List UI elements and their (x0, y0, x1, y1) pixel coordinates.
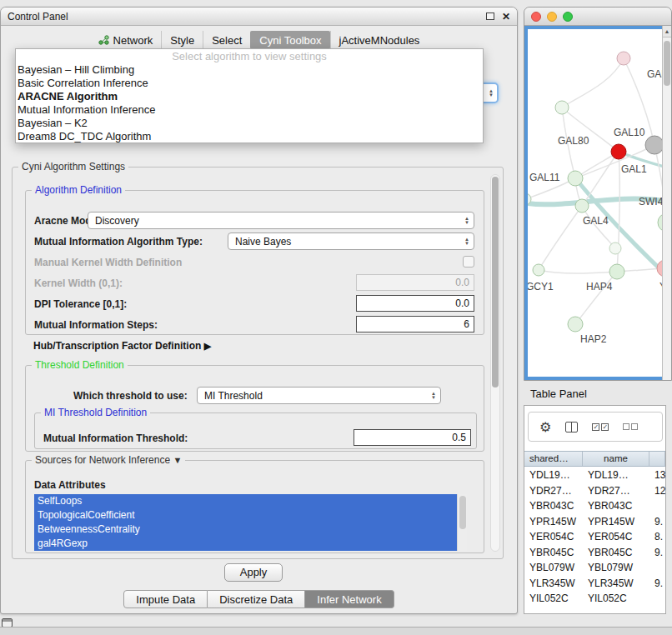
network-edge[interactable] (539, 206, 582, 270)
network-node[interactable] (617, 52, 630, 65)
mi-threshold-input[interactable]: 0.5 (354, 429, 471, 446)
tab-select[interactable]: Select (203, 31, 250, 49)
control-panel-window: Control Panel ✕ Network Style Select Cyn… (0, 7, 518, 614)
table-row[interactable]: YBL079W YBL079W (524, 560, 665, 576)
unselect-all-columns-icon[interactable] (623, 423, 638, 430)
dpi-tolerance-label: DPI Tolerance [0,1]: (34, 297, 127, 312)
algorithm-dropdown-popup: Select algorithm to view settings Bayesi… (15, 48, 484, 143)
tab-style[interactable]: Style (161, 31, 203, 49)
tab-network[interactable]: Network (90, 31, 162, 49)
algorithm-option[interactable]: Mutual Information Inference (16, 103, 483, 117)
kernel-width-input[interactable]: 0.0 (356, 274, 474, 291)
tab-discretize-data[interactable]: Discretize Data (208, 590, 305, 608)
scroll-up-icon[interactable]: ▲ (663, 26, 671, 38)
network-node[interactable] (609, 264, 624, 279)
network-edge[interactable] (582, 206, 615, 248)
mi-steps-label: Mutual Information Steps: (34, 318, 158, 332)
manual-kernel-width-checkbox[interactable] (463, 256, 474, 268)
network-node[interactable] (533, 264, 544, 276)
algorithm-option[interactable]: Bayesian – Hill Climbing (16, 63, 483, 77)
hub-definition-section[interactable]: Hub/Transcription Factor Definition ▶ (33, 340, 211, 352)
table-row[interactable]: YIL052C YIL052C (524, 591, 665, 607)
network-node[interactable] (609, 242, 621, 254)
network-edge[interactable] (575, 272, 617, 324)
network-vertical-scrollbar[interactable]: ▲ (662, 26, 671, 380)
collapse-right-icon[interactable]: ▶ (204, 341, 211, 351)
tab-jactivemnodules[interactable]: jActiveMNodules (330, 31, 429, 49)
cell-name: YER054C (583, 531, 649, 542)
algorithm-option-selected[interactable]: ARACNE Algorithm (16, 90, 483, 103)
control-panel-title: Control Panel (8, 11, 68, 22)
algorithm-definition-title: Algorithm Definition (32, 184, 125, 196)
network-node[interactable] (611, 144, 626, 159)
attribute-item-selected[interactable]: BetweennessCentrality (34, 522, 457, 537)
close-icon[interactable]: ✕ (502, 11, 510, 22)
attribute-item-selected[interactable]: gal4RGexp (34, 537, 457, 551)
aracne-mode-value: Discovery (95, 215, 139, 227)
network-node[interactable] (555, 101, 569, 114)
mi-type-label: Mutual Information Algorithm Type: (34, 234, 203, 249)
network-node[interactable] (645, 136, 664, 154)
window-close-icon[interactable] (531, 12, 541, 22)
table-row[interactable]: YLR345W YLR345W 9. (524, 576, 665, 592)
table-row[interactable]: YPR145W YPR145W 9. (524, 514, 665, 530)
network-node[interactable] (568, 317, 583, 332)
network-node[interactable] (568, 171, 583, 186)
settings-scrollbar[interactable] (490, 174, 500, 552)
mi-type-dropdown[interactable]: Naive Bayes ▲▼ (228, 232, 474, 250)
cell-name: YIL052C (583, 592, 649, 604)
tab-jactivemnodules-label: jActiveMNodules (339, 34, 420, 47)
sources-group-title[interactable]: Sources for Network Inference ▼ (32, 454, 185, 466)
algorithm-option[interactable]: Bayesian – K2 (16, 117, 483, 130)
table-row[interactable]: YBR043C YBR043C (524, 498, 665, 514)
apply-button[interactable]: Apply (224, 563, 283, 582)
manual-kernel-width-label: Manual Kernel Width Definition (34, 255, 182, 270)
cell-extra: 8. (649, 531, 665, 542)
tab-infer-network[interactable]: Infer Network (305, 590, 394, 608)
cell-name: YBL079W (583, 562, 649, 573)
network-node[interactable] (575, 199, 589, 212)
network-view-window: GALGAL80GAL10GAL11GAL1SWI4GAL4GCY1HAP4YH… (524, 7, 672, 381)
window-zoom-icon[interactable] (563, 12, 573, 22)
column-header-name[interactable]: name (583, 452, 649, 466)
network-icon (98, 35, 109, 45)
network-edge[interactable] (562, 58, 624, 108)
mi-threshold-label: Mutual Information Threshold: (43, 431, 188, 446)
table-row[interactable]: YER054C YER054C 8. (524, 529, 665, 545)
algorithm-option[interactable]: Basic Correlation Inference (16, 77, 483, 90)
mi-steps-input[interactable]: 6 (356, 316, 474, 332)
column-header-shared-name[interactable]: shared… (524, 452, 583, 466)
attribute-item-selected[interactable]: SelfLoops (34, 494, 457, 508)
network-scrollbar-thumb[interactable] (664, 41, 670, 86)
attributes-scrollbar[interactable] (457, 494, 467, 551)
algorithm-option[interactable]: Dream8 DC_TDC Algorithm (16, 130, 483, 143)
cell-extra: 12 (649, 485, 665, 497)
network-node-label: GAL1 (621, 163, 647, 175)
cell-shared-name: YDL19… (524, 469, 583, 481)
aracne-mode-dropdown[interactable]: Discovery ▲▼ (88, 212, 474, 229)
table-row[interactable]: YBR045C YBR045C 9. (524, 545, 665, 561)
show-columns-icon[interactable] (565, 422, 578, 432)
attribute-item-selected[interactable]: TopologicalCoefficient (34, 508, 457, 522)
attributes-scrollbar-thumb[interactable] (459, 496, 466, 529)
cyni-bottom-tabs: Impute Data Discretize Data Infer Networ… (1, 590, 517, 608)
cell-name: YDL19… (583, 469, 649, 481)
table-row[interactable]: YDR27… YDR27… 12 (524, 483, 665, 499)
dpi-tolerance-input[interactable]: 0.0 (356, 295, 474, 312)
algorithm-placeholder-item[interactable]: Select algorithm to view settings (16, 50, 483, 63)
network-node-label: SWI4 (639, 196, 664, 208)
network-canvas[interactable]: GALGAL80GAL10GAL11GAL1SWI4GAL4GCY1HAP4YH… (524, 26, 671, 380)
settings-scrollbar-thumb[interactable] (492, 177, 499, 388)
tab-cyni-toolbox[interactable]: Cyni Toolbox (250, 31, 329, 49)
table-row[interactable]: YDL19… YDL19… 13 (524, 468, 665, 483)
which-threshold-dropdown[interactable]: MI Threshold ▲▼ (197, 387, 441, 404)
network-graph[interactable]: GALGAL80GAL10GAL11GAL1SWI4GAL4GCY1HAP4YH… (528, 29, 669, 378)
gear-icon[interactable]: ⚙ (539, 419, 551, 435)
float-window-icon[interactable] (486, 12, 494, 20)
tab-impute-data[interactable]: Impute Data (123, 590, 208, 608)
select-all-columns-icon[interactable]: ✓✓ (592, 423, 609, 431)
network-edge[interactable] (539, 270, 617, 273)
table-header: shared… name (524, 451, 665, 467)
window-minimize-icon[interactable] (547, 12, 557, 22)
column-header-extra[interactable] (649, 452, 665, 466)
